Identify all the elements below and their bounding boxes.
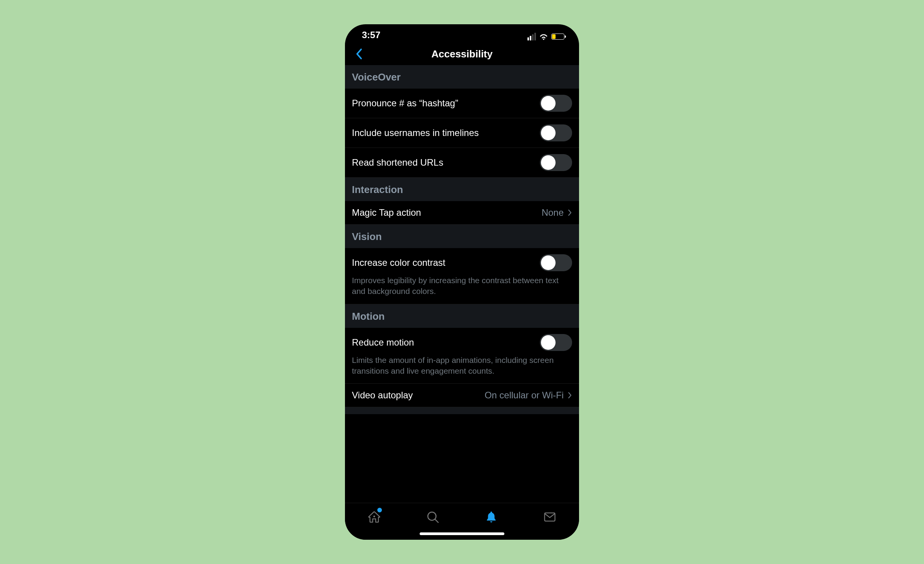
row-label: Read shortened URLs xyxy=(352,157,540,168)
battery-icon xyxy=(551,34,564,40)
row-reduce-motion[interactable]: Reduce motion xyxy=(345,328,579,357)
status-bar: 3:57 xyxy=(345,24,579,40)
svg-point-0 xyxy=(373,515,375,517)
row-video-autoplay[interactable]: Video autoplay On cellular or Wi-Fi xyxy=(345,384,579,407)
tab-home[interactable] xyxy=(366,509,383,525)
row-include-usernames[interactable]: Include usernames in timelines xyxy=(345,118,579,148)
row-desc-reduce-motion: Limits the amount of in-app animations, … xyxy=(345,355,579,384)
home-indicator[interactable] xyxy=(420,532,504,535)
svg-point-1 xyxy=(428,512,436,520)
phone-frame: 3:57 Accessibility VoiceOver Pronounce #… xyxy=(345,24,579,540)
toggle-reduce-motion[interactable] xyxy=(540,334,572,351)
row-pronounce-hashtag[interactable]: Pronounce # as “hashtag” xyxy=(345,89,579,118)
section-header-motion: Motion xyxy=(345,304,579,328)
home-icon xyxy=(368,510,381,524)
toggle-read-urls[interactable] xyxy=(540,154,572,171)
search-icon xyxy=(426,510,439,524)
nav-header: Accessibility xyxy=(345,40,579,65)
tab-messages[interactable] xyxy=(541,509,558,525)
cellular-signal-icon xyxy=(527,33,536,40)
chevron-left-icon xyxy=(355,48,363,60)
mail-icon xyxy=(543,510,556,524)
back-button[interactable] xyxy=(351,46,367,62)
row-color-contrast[interactable]: Increase color contrast xyxy=(345,248,579,277)
row-label: Magic Tap action xyxy=(352,207,542,218)
status-indicators xyxy=(527,33,564,40)
chevron-right-icon xyxy=(567,209,572,217)
row-desc-color-contrast: Improves legibility by increasing the co… xyxy=(345,275,579,304)
toggle-include-usernames[interactable] xyxy=(540,124,572,141)
page-title: Accessibility xyxy=(345,48,579,60)
home-notification-dot xyxy=(377,508,382,512)
settings-content: VoiceOver Pronounce # as “hashtag” Inclu… xyxy=(345,65,579,503)
row-label: Video autoplay xyxy=(352,390,485,401)
section-spacer xyxy=(345,407,579,414)
tab-bar xyxy=(345,503,579,540)
toggle-pronounce-hashtag[interactable] xyxy=(540,95,572,112)
row-label: Reduce motion xyxy=(352,337,540,348)
row-label: Pronounce # as “hashtag” xyxy=(352,98,540,109)
section-header-voiceover: VoiceOver xyxy=(345,65,579,89)
chevron-right-icon xyxy=(567,391,572,399)
row-value: On cellular or Wi-Fi xyxy=(485,390,564,401)
svg-line-2 xyxy=(435,519,438,522)
row-read-urls[interactable]: Read shortened URLs xyxy=(345,148,579,178)
row-value: None xyxy=(542,207,564,218)
bell-icon xyxy=(485,510,498,524)
status-time: 3:57 xyxy=(362,30,527,40)
row-label: Increase color contrast xyxy=(352,257,540,268)
section-header-interaction: Interaction xyxy=(345,178,579,201)
tab-notifications[interactable] xyxy=(483,509,500,525)
section-header-vision: Vision xyxy=(345,225,579,248)
row-label: Include usernames in timelines xyxy=(352,128,540,138)
row-magic-tap[interactable]: Magic Tap action None xyxy=(345,201,579,225)
tab-search[interactable] xyxy=(424,509,441,525)
wifi-icon xyxy=(539,33,548,40)
toggle-color-contrast[interactable] xyxy=(540,254,572,271)
